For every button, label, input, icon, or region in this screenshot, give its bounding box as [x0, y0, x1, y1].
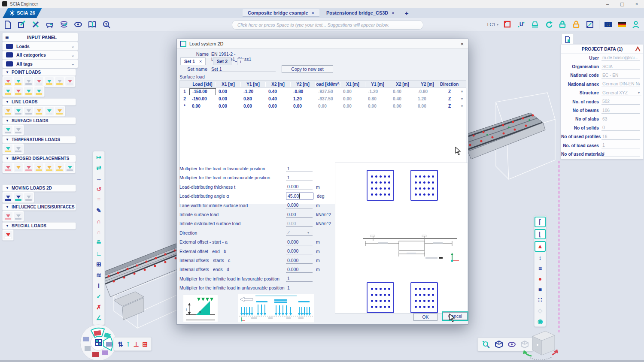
- tool-icon[interactable]: ⌊: [535, 229, 546, 240]
- account-icon[interactable]: [631, 20, 641, 29]
- load-tool-icon[interactable]: [65, 77, 74, 86]
- load-tool-icon[interactable]: [3, 212, 12, 220]
- field-input[interactable]: 1: [286, 166, 313, 172]
- tool-icon[interactable]: ↕: [535, 253, 545, 262]
- table-cell[interactable]: 0.00: [365, 104, 390, 109]
- tool-icon[interactable]: ■: [535, 285, 545, 294]
- document-tab-1[interactable]: Composite bridge example×: [243, 9, 319, 17]
- project-data-tab-chip[interactable]: [562, 33, 574, 45]
- tool-icon[interactable]: ∩: [94, 227, 103, 236]
- load-tool-icon[interactable]: [45, 107, 54, 115]
- section-header-imposed-displacements[interactable]: ▼IMPOSED DISPLACEMENTS: [2, 155, 76, 162]
- tool-icon[interactable]: ⊞: [94, 259, 103, 268]
- quick-tool-icon[interactable]: ⊞: [142, 341, 148, 347]
- hide-elements-icon[interactable]: [507, 340, 516, 349]
- visibility-icon[interactable]: [73, 20, 83, 29]
- tool-icon[interactable]: ⌈: [535, 217, 546, 227]
- tool-icon[interactable]: ↺: [94, 184, 103, 193]
- row-dropdown-icon[interactable]: ▾: [459, 104, 465, 108]
- row-dropdown-icon[interactable]: ▾: [459, 90, 465, 94]
- load-tool-icon[interactable]: [34, 107, 43, 115]
- dialog-close-button[interactable]: ×: [460, 41, 464, 47]
- workstation-icon[interactable]: [45, 20, 55, 29]
- table-cell[interactable]: 0.00: [340, 97, 365, 101]
- load-case-select[interactable]: LC1 ▾: [487, 22, 498, 27]
- pin-home-icon[interactable]: [635, 46, 641, 51]
- field-input[interactable]: 0.000: [286, 184, 313, 190]
- lock-icon[interactable]: [558, 20, 567, 29]
- tool-icon[interactable]: ∟: [94, 249, 103, 258]
- filter-loads[interactable]: Loads⌄: [2, 42, 78, 51]
- tab-close-icon[interactable]: ×: [392, 10, 394, 15]
- table-cell[interactable]: -937.50: [316, 89, 340, 94]
- section-header-special-loads[interactable]: ▼SPECIAL LOADS: [2, 222, 76, 229]
- load-tool-icon[interactable]: [3, 107, 12, 115]
- load-tool-icon[interactable]: [45, 77, 54, 86]
- table-cell[interactable]: 0.00: [316, 104, 340, 109]
- input-panel-header[interactable]: ≡ INPUT PANEL: [2, 33, 78, 42]
- table-cell[interactable]: -1.20: [365, 89, 390, 94]
- collapse-triangle-icon[interactable]: ▼: [6, 70, 9, 74]
- tool-icon[interactable]: ∠: [94, 313, 103, 322]
- table-cell[interactable]: 0.00: [340, 104, 365, 109]
- load-tool-icon[interactable]: [3, 163, 12, 172]
- navigation-cube[interactable]: [522, 325, 559, 362]
- table-cell[interactable]: 0.00: [241, 104, 266, 109]
- new-project-icon[interactable]: [3, 20, 12, 29]
- layers-icon[interactable]: [59, 20, 69, 29]
- field-input[interactable]: 1: [286, 175, 313, 181]
- tool-icon[interactable]: ∩: [94, 217, 103, 226]
- load-tool-icon[interactable]: [3, 231, 12, 239]
- load-tool-icon[interactable]: [3, 77, 12, 86]
- edit-project-icon[interactable]: [17, 20, 26, 29]
- load-tool-icon[interactable]: [55, 77, 64, 86]
- load-tool-icon[interactable]: [55, 163, 64, 172]
- chevron-down-icon[interactable]: ⌄: [71, 53, 75, 57]
- tool-icon[interactable]: ●: [535, 275, 545, 284]
- table-cell[interactable]: -1.20: [241, 89, 266, 94]
- help-search-icon[interactable]: ?: [102, 20, 111, 29]
- section-icon[interactable]: [530, 20, 540, 29]
- tool-icon[interactable]: ✗: [94, 302, 103, 311]
- tool-icon[interactable]: ≋: [94, 270, 103, 279]
- load-tool-icon[interactable]: [14, 107, 23, 115]
- filter-all-categories[interactable]: All categories⌄: [2, 51, 78, 60]
- table-cell[interactable]: 0.00: [390, 104, 415, 109]
- tool-icon[interactable]: ∷: [535, 296, 545, 305]
- load-tool-icon[interactable]: [45, 163, 54, 172]
- direction-cell[interactable]: Z: [440, 89, 459, 94]
- field-input[interactable]: 0.00: [286, 220, 313, 227]
- table-row-2[interactable]: 2-150.000.000.800.401.20-937.500.000.800…: [180, 95, 466, 103]
- project-row-value[interactable]: General XYZ: [601, 90, 641, 96]
- refresh-icon[interactable]: [544, 20, 553, 29]
- set-name-input[interactable]: Set 1: [211, 66, 276, 72]
- load-tool-icon[interactable]: [65, 163, 74, 172]
- load-tool-icon[interactable]: [55, 107, 64, 115]
- unlock-icon[interactable]: [571, 20, 581, 29]
- collapse-triangle-icon[interactable]: ▼: [6, 224, 9, 228]
- german-flag-icon[interactable]: [617, 20, 627, 29]
- load-tool-icon[interactable]: [24, 163, 33, 172]
- tool-icon[interactable]: ≡: [94, 195, 103, 204]
- section-header-line-loads[interactable]: ▼LINE LOADS: [2, 98, 76, 106]
- load-tool-icon[interactable]: [24, 87, 33, 96]
- collapse-triangle-icon[interactable]: ▼: [6, 138, 9, 142]
- quick-tool-icon[interactable]: ⇅: [118, 341, 123, 347]
- load-tool-icon[interactable]: [3, 126, 12, 134]
- eu-flag-icon[interactable]: [604, 20, 613, 29]
- table-cell[interactable]: 1.20: [291, 97, 316, 101]
- chevron-down-icon[interactable]: ▾: [638, 91, 640, 95]
- table-cell[interactable]: 0.00: [291, 104, 316, 109]
- set-tab-2[interactable]: Set 2: [213, 57, 231, 65]
- load-tool-icon[interactable]: [14, 145, 23, 153]
- quick-tool-icon[interactable]: ⊺: [127, 341, 130, 347]
- load-tool-icon[interactable]: [3, 193, 12, 202]
- set-tab-close-icon[interactable]: ×: [199, 59, 202, 64]
- row-dropdown-icon[interactable]: ▾: [459, 97, 465, 101]
- new-tab-button[interactable]: +: [401, 9, 412, 17]
- fullscreen-icon[interactable]: [585, 20, 595, 29]
- copy-to-new-set-button[interactable]: Copy to new set: [282, 65, 333, 73]
- load-tool-icon[interactable]: [24, 107, 33, 115]
- spotlight-search[interactable]: Click here or press Space to type your t…: [232, 20, 423, 30]
- field-input[interactable]: 0.000: [286, 266, 313, 273]
